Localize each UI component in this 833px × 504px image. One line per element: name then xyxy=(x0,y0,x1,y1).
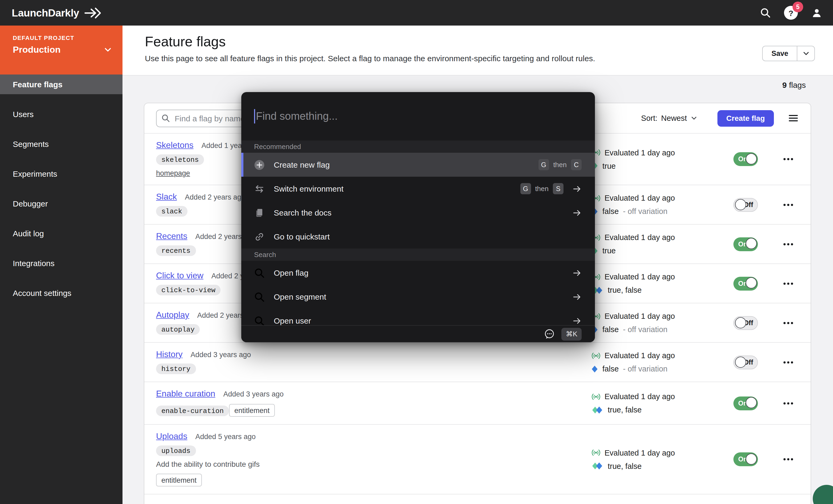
evaluated-text: Evaluated 1 day ago xyxy=(604,392,675,401)
flag-count-value: 9 xyxy=(782,80,787,90)
toggle-knob xyxy=(746,277,757,288)
search-icon xyxy=(161,114,170,122)
flag-link-history[interactable]: History xyxy=(156,350,183,359)
arrow-right-icon xyxy=(572,316,581,325)
command-palette-sections: RecommendedCreate new flagGthenCSwitch e… xyxy=(241,141,595,333)
toggle-cell: Off xyxy=(714,355,778,369)
app-viewport: LaunchDarkly ? 5 DEFAULT PROJECT Product… xyxy=(0,0,833,504)
variations-line: true xyxy=(591,246,714,255)
flag-link-recents[interactable]: Recents xyxy=(156,231,187,241)
feedback-bubble-icon[interactable] xyxy=(544,328,555,339)
flag-toggle[interactable]: Off xyxy=(733,316,758,330)
flag-toggle[interactable]: On xyxy=(733,152,758,166)
arrow-right-icon xyxy=(572,292,581,302)
toggle-knob xyxy=(746,453,757,464)
save-dropdown-button[interactable] xyxy=(797,46,814,61)
palette-item-switch-environment[interactable]: Switch environmentGthenS xyxy=(241,177,595,201)
palette-item-open-flag[interactable]: Open flag xyxy=(241,261,595,285)
palette-item-meta xyxy=(564,208,581,218)
flag-added-date: Added 3 years ago xyxy=(223,390,284,398)
flag-status: Evaluated 1 day agotrue, falseOn xyxy=(591,448,799,470)
account-avatar-icon[interactable] xyxy=(811,7,822,18)
flag-key-pill: history xyxy=(156,363,196,374)
flag-toggle[interactable]: On xyxy=(733,452,758,466)
project-switcher[interactable]: DEFAULT PROJECT Production xyxy=(0,26,122,75)
sidebar-nav: Feature flagsUsersSegmentsExperimentsDeb… xyxy=(0,75,122,308)
evaluated-text: Evaluated 1 day ago xyxy=(604,273,675,281)
flag-link-slack[interactable]: Slack xyxy=(156,192,177,201)
variations-line: true xyxy=(591,161,714,170)
flag-row: HistoryAdded 3 years agohistoryEvaluated… xyxy=(144,343,811,382)
overflow-menu-icon[interactable] xyxy=(778,155,799,163)
flag-toggle[interactable]: Off xyxy=(733,198,758,211)
flag-key-pill: click-to-view xyxy=(156,285,221,295)
evaluated-line: Evaluated 1 day ago xyxy=(591,392,714,401)
evaluated-line: Evaluated 1 day ago xyxy=(591,148,714,157)
palette-item-go-to-quickstart[interactable]: Go to quickstart xyxy=(241,225,595,249)
sidebar-item-segments[interactable]: Segments xyxy=(0,129,122,158)
sidebar-item-users[interactable]: Users xyxy=(0,99,122,129)
overflow-menu-icon[interactable] xyxy=(778,240,799,248)
flag-row: UploadsAdded 5 years agouploadsAdd the a… xyxy=(144,425,811,495)
palette-item-open-segment[interactable]: Open segment xyxy=(241,285,595,309)
flag-toggle[interactable]: Off xyxy=(733,355,758,369)
save-split-button: Save xyxy=(762,46,815,61)
sidebar-item-experiments[interactable]: Experiments xyxy=(0,158,122,188)
flag-added-date: Added 3 years ago xyxy=(191,351,251,359)
palette-item-search-the-docs[interactable]: Search the docs xyxy=(241,201,595,225)
sidebar-item-audit-log[interactable]: Audit log xyxy=(0,218,122,248)
flag-link-skeletons[interactable]: Skeletons xyxy=(156,141,194,150)
flag-toggle[interactable]: On xyxy=(733,276,758,290)
save-button[interactable]: Save xyxy=(763,46,797,61)
notification-badge: 5 xyxy=(792,2,803,12)
overflow-menu-icon[interactable] xyxy=(778,279,799,288)
evaluated-icon xyxy=(591,352,601,359)
flag-status: Evaluated 1 day agotrue, falseOn xyxy=(591,273,799,294)
launchdarkly-logo[interactable]: LaunchDarkly xyxy=(12,7,101,19)
flag-status: Evaluated 1 day agofalse- off variationO… xyxy=(591,312,799,334)
help-button[interactable]: ? 5 xyxy=(784,6,798,20)
toggle-cell: On xyxy=(714,152,778,166)
sidebar-item-debugger[interactable]: Debugger xyxy=(0,188,122,218)
arrow-right-icon xyxy=(572,184,581,194)
flag-link-enable-curation[interactable]: Enable curation xyxy=(156,389,215,398)
flag-link-uploads[interactable]: Uploads xyxy=(156,432,187,441)
overflow-menu-icon[interactable] xyxy=(778,455,799,463)
flag-link-autoplay[interactable]: Autoplay xyxy=(156,310,189,319)
sort-prefix: Sort: xyxy=(641,114,657,122)
palette-item-create-new-flag[interactable]: Create new flagGthenC xyxy=(241,153,595,177)
search-icon xyxy=(254,315,265,326)
sidebar-item-account-settings[interactable]: Account settings xyxy=(0,278,122,308)
toggle-cell: Off xyxy=(714,316,778,330)
overflow-menu-icon[interactable] xyxy=(778,358,799,367)
keycap-g: G xyxy=(520,183,531,194)
overflow-menu-icon[interactable] xyxy=(778,200,799,209)
variation-diamond-icon xyxy=(591,406,603,414)
sidebar-item-feature-flags[interactable]: Feature flags xyxy=(0,75,122,94)
sort-dropdown[interactable]: Sort: Newest xyxy=(641,114,697,122)
flag-info: UploadsAdded 5 years agouploadsAdd the a… xyxy=(156,425,591,494)
toggle-knob xyxy=(746,153,757,164)
command-k-shortcut: ⌘K xyxy=(562,328,581,341)
sidebar-item-integrations[interactable]: Integrations xyxy=(0,248,122,278)
flag-title-line: UploadsAdded 5 years ago xyxy=(156,432,591,441)
overflow-menu-icon[interactable] xyxy=(778,319,799,327)
toolbar-right: Sort: Newest Create flag xyxy=(641,110,799,126)
variations-line: false- off variation xyxy=(591,325,714,334)
flag-toggle[interactable]: On xyxy=(733,237,758,251)
variation-note: - off variation xyxy=(623,207,667,216)
keycap-c: C xyxy=(571,159,581,170)
flag-evaluation: Evaluated 1 day agotrue, false xyxy=(591,448,714,470)
create-flag-button[interactable]: Create flag xyxy=(717,110,774,126)
overflow-menu-icon[interactable] xyxy=(778,399,799,407)
list-options-icon[interactable] xyxy=(788,112,799,124)
search-icon[interactable] xyxy=(760,7,771,18)
flag-related-link-homepage[interactable]: homepage xyxy=(156,169,190,177)
page-description: Use this page to see all feature flags i… xyxy=(145,54,833,63)
command-palette-input[interactable]: Find something... xyxy=(241,92,595,141)
flag-toggle[interactable]: On xyxy=(733,396,758,410)
flag-link-click-to-view[interactable]: Click to view xyxy=(156,271,204,280)
flag-key-pill: uploads xyxy=(156,446,196,456)
variations-value: false xyxy=(602,325,619,334)
flag-key-pill: recents xyxy=(156,245,196,256)
